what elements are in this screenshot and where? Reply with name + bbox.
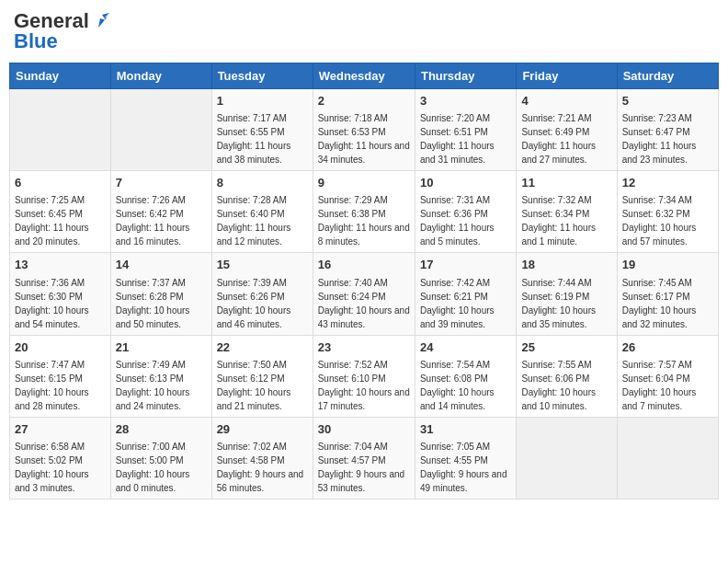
day-number: 1 xyxy=(217,93,308,109)
day-info: Sunrise: 7:44 AM Sunset: 6:19 PM Dayligh… xyxy=(521,278,596,329)
calendar-day-cell: 23Sunrise: 7:52 AM Sunset: 6:10 PM Dayli… xyxy=(313,335,415,417)
calendar-day-cell: 13Sunrise: 7:36 AM Sunset: 6:30 PM Dayli… xyxy=(10,253,111,335)
logo-blue: Blue xyxy=(14,29,58,53)
svg-marker-0 xyxy=(98,13,109,28)
day-number: 9 xyxy=(318,175,410,191)
day-number: 21 xyxy=(116,339,207,356)
day-info: Sunrise: 7:39 AM Sunset: 6:26 PM Dayligh… xyxy=(217,278,291,329)
calendar-day-cell: 22Sunrise: 7:50 AM Sunset: 6:12 PM Dayli… xyxy=(211,335,313,417)
day-number: 4 xyxy=(521,93,611,109)
day-info: Sunrise: 6:58 AM Sunset: 5:02 PM Dayligh… xyxy=(15,442,89,493)
day-number: 8 xyxy=(217,175,308,191)
calendar-day-cell xyxy=(10,89,111,171)
calendar-day-cell: 30Sunrise: 7:04 AM Sunset: 4:57 PM Dayli… xyxy=(313,417,415,499)
day-info: Sunrise: 7:40 AM Sunset: 6:24 PM Dayligh… xyxy=(318,278,410,329)
day-of-week-header: Wednesday xyxy=(313,63,415,89)
day-info: Sunrise: 7:31 AM Sunset: 6:36 PM Dayligh… xyxy=(420,195,495,247)
day-info: Sunrise: 7:23 AM Sunset: 6:47 PM Dayligh… xyxy=(622,113,697,165)
calendar-day-cell: 15Sunrise: 7:39 AM Sunset: 6:26 PM Dayli… xyxy=(211,253,313,335)
day-number: 7 xyxy=(116,175,207,191)
calendar-week-row: 13Sunrise: 7:36 AM Sunset: 6:30 PM Dayli… xyxy=(10,253,719,335)
calendar-table: SundayMondayTuesdayWednesdayThursdayFrid… xyxy=(9,63,719,500)
day-number: 28 xyxy=(116,421,207,438)
calendar-day-cell: 27Sunrise: 6:58 AM Sunset: 5:02 PM Dayli… xyxy=(10,417,111,499)
day-info: Sunrise: 7:36 AM Sunset: 6:30 PM Dayligh… xyxy=(15,278,89,329)
calendar-week-row: 27Sunrise: 6:58 AM Sunset: 5:02 PM Dayli… xyxy=(10,417,719,499)
day-info: Sunrise: 7:02 AM Sunset: 4:58 PM Dayligh… xyxy=(217,442,304,493)
calendar-week-row: 6Sunrise: 7:25 AM Sunset: 6:45 PM Daylig… xyxy=(10,171,719,253)
calendar-day-cell: 21Sunrise: 7:49 AM Sunset: 6:13 PM Dayli… xyxy=(110,335,211,417)
calendar-day-cell xyxy=(617,417,718,499)
calendar-day-cell: 14Sunrise: 7:37 AM Sunset: 6:28 PM Dayli… xyxy=(110,253,211,335)
day-number: 24 xyxy=(420,339,511,356)
day-info: Sunrise: 7:47 AM Sunset: 6:15 PM Dayligh… xyxy=(15,360,89,411)
calendar-day-cell xyxy=(110,89,211,171)
day-number: 2 xyxy=(318,93,410,109)
day-info: Sunrise: 7:29 AM Sunset: 6:38 PM Dayligh… xyxy=(318,195,410,247)
day-info: Sunrise: 7:17 AM Sunset: 6:55 PM Dayligh… xyxy=(217,113,291,165)
day-number: 31 xyxy=(420,421,511,438)
day-number: 17 xyxy=(420,257,511,273)
day-number: 29 xyxy=(217,421,308,438)
day-info: Sunrise: 7:32 AM Sunset: 6:34 PM Dayligh… xyxy=(521,195,596,247)
day-number: 10 xyxy=(420,175,511,191)
calendar-day-cell: 19Sunrise: 7:45 AM Sunset: 6:17 PM Dayli… xyxy=(617,253,718,335)
day-number: 22 xyxy=(217,339,308,356)
calendar-day-cell: 26Sunrise: 7:57 AM Sunset: 6:04 PM Dayli… xyxy=(617,335,718,417)
calendar-day-cell: 3Sunrise: 7:20 AM Sunset: 6:51 PM Daylig… xyxy=(415,89,516,171)
day-info: Sunrise: 7:05 AM Sunset: 4:55 PM Dayligh… xyxy=(420,442,507,493)
day-info: Sunrise: 7:20 AM Sunset: 6:51 PM Dayligh… xyxy=(420,113,495,165)
day-info: Sunrise: 7:57 AM Sunset: 6:04 PM Dayligh… xyxy=(622,360,697,411)
calendar-day-cell: 17Sunrise: 7:42 AM Sunset: 6:21 PM Dayli… xyxy=(415,253,516,335)
day-number: 5 xyxy=(622,93,713,109)
day-info: Sunrise: 7:45 AM Sunset: 6:17 PM Dayligh… xyxy=(622,278,697,329)
calendar-day-cell: 20Sunrise: 7:47 AM Sunset: 6:15 PM Dayli… xyxy=(10,335,111,417)
day-number: 18 xyxy=(521,257,611,273)
day-info: Sunrise: 7:26 AM Sunset: 6:42 PM Dayligh… xyxy=(116,195,190,247)
day-info: Sunrise: 7:21 AM Sunset: 6:49 PM Dayligh… xyxy=(521,113,596,165)
calendar-day-cell: 28Sunrise: 7:00 AM Sunset: 5:00 PM Dayli… xyxy=(110,417,211,499)
day-number: 26 xyxy=(622,339,713,356)
logo: General Blue xyxy=(14,9,111,53)
day-of-week-header: Thursday xyxy=(415,63,516,89)
day-info: Sunrise: 7:25 AM Sunset: 6:45 PM Dayligh… xyxy=(15,195,89,247)
day-number: 27 xyxy=(15,421,106,438)
calendar-day-cell: 18Sunrise: 7:44 AM Sunset: 6:19 PM Dayli… xyxy=(517,253,617,335)
day-info: Sunrise: 7:28 AM Sunset: 6:40 PM Dayligh… xyxy=(217,195,291,247)
day-number: 13 xyxy=(15,257,106,273)
calendar-day-cell: 24Sunrise: 7:54 AM Sunset: 6:08 PM Dayli… xyxy=(415,335,516,417)
calendar-day-cell: 10Sunrise: 7:31 AM Sunset: 6:36 PM Dayli… xyxy=(415,171,516,253)
day-info: Sunrise: 7:34 AM Sunset: 6:32 PM Dayligh… xyxy=(622,195,697,247)
day-info: Sunrise: 7:00 AM Sunset: 5:00 PM Dayligh… xyxy=(116,442,190,493)
calendar-day-cell: 1Sunrise: 7:17 AM Sunset: 6:55 PM Daylig… xyxy=(211,89,313,171)
calendar-day-cell: 6Sunrise: 7:25 AM Sunset: 6:45 PM Daylig… xyxy=(10,171,111,253)
day-info: Sunrise: 7:42 AM Sunset: 6:21 PM Dayligh… xyxy=(420,278,495,329)
page-header: General Blue xyxy=(9,9,719,53)
calendar-week-row: 1Sunrise: 7:17 AM Sunset: 6:55 PM Daylig… xyxy=(10,89,719,171)
calendar-day-cell: 8Sunrise: 7:28 AM Sunset: 6:40 PM Daylig… xyxy=(211,171,313,253)
day-info: Sunrise: 7:54 AM Sunset: 6:08 PM Dayligh… xyxy=(420,360,495,411)
day-of-week-header: Monday xyxy=(110,63,211,89)
day-info: Sunrise: 7:52 AM Sunset: 6:10 PM Dayligh… xyxy=(318,360,410,411)
calendar-week-row: 20Sunrise: 7:47 AM Sunset: 6:15 PM Dayli… xyxy=(10,335,719,417)
calendar-day-cell: 16Sunrise: 7:40 AM Sunset: 6:24 PM Dayli… xyxy=(313,253,415,335)
day-info: Sunrise: 7:18 AM Sunset: 6:53 PM Dayligh… xyxy=(318,113,410,165)
calendar-day-cell: 11Sunrise: 7:32 AM Sunset: 6:34 PM Dayli… xyxy=(517,171,617,253)
day-of-week-header: Friday xyxy=(517,63,617,89)
day-number: 25 xyxy=(521,339,611,356)
logo-bird-icon xyxy=(91,11,111,31)
day-number: 30 xyxy=(318,421,410,438)
day-of-week-header: Sunday xyxy=(10,63,111,89)
calendar-day-cell: 12Sunrise: 7:34 AM Sunset: 6:32 PM Dayli… xyxy=(617,171,718,253)
day-of-week-header: Saturday xyxy=(617,63,718,89)
day-number: 16 xyxy=(318,257,410,273)
calendar-day-cell: 29Sunrise: 7:02 AM Sunset: 4:58 PM Dayli… xyxy=(211,417,313,499)
calendar-day-cell: 4Sunrise: 7:21 AM Sunset: 6:49 PM Daylig… xyxy=(517,89,617,171)
day-number: 12 xyxy=(622,175,713,191)
day-number: 3 xyxy=(420,93,511,109)
day-number: 14 xyxy=(116,257,207,273)
day-number: 6 xyxy=(15,175,106,191)
day-number: 23 xyxy=(318,339,410,356)
calendar-day-cell: 31Sunrise: 7:05 AM Sunset: 4:55 PM Dayli… xyxy=(415,417,516,499)
day-info: Sunrise: 7:50 AM Sunset: 6:12 PM Dayligh… xyxy=(217,360,291,411)
